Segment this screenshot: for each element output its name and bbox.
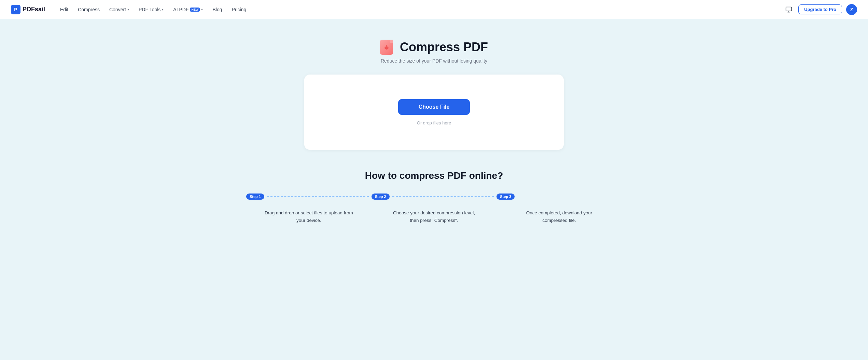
choose-file-button[interactable]: Choose File (398, 99, 470, 115)
nav-edit[interactable]: Edit (56, 5, 72, 14)
user-avatar[interactable]: Z (846, 4, 857, 15)
how-section: How to compress PDF online? Step 1 Drag … (246, 170, 622, 224)
navbar: P PDFsail Edit Compress Convert ▾ PDF To… (0, 0, 868, 19)
new-badge: NEW (190, 8, 200, 12)
pdf-fold (390, 40, 393, 43)
nav-ai-pdf[interactable]: AI PDF NEW ▾ (169, 5, 207, 14)
step-3: Step 3 Once completed, download your com… (496, 194, 622, 224)
logo-icon: P (11, 5, 20, 14)
step-2: Step 2 Choose your desired compression l… (372, 194, 497, 224)
upload-box: Choose File Or drop files here (304, 75, 564, 150)
step-3-line: Step 3 (496, 194, 622, 200)
nav-convert[interactable]: Convert ▾ (105, 5, 133, 14)
step-3-text: Once completed, download your compressed… (515, 209, 604, 224)
desktop-icon[interactable] (783, 4, 794, 15)
how-title: How to compress PDF online? (365, 170, 503, 181)
pdf-icon (380, 40, 395, 55)
chevron-down-icon: ▾ (127, 8, 129, 11)
nav-compress[interactable]: Compress (74, 5, 104, 14)
drop-hint: Or drop files here (417, 120, 451, 125)
nav-pdf-tools[interactable]: PDF Tools ▾ (135, 5, 168, 14)
step-connector-2 (392, 196, 494, 197)
nav-blog[interactable]: Blog (208, 5, 226, 14)
logo-text: PDFsail (23, 6, 45, 13)
page-title-row: Compress PDF (380, 40, 488, 55)
step-1: Step 1 Drag and drop or select files to … (246, 194, 372, 224)
step-2-text: Choose your desired compression level, t… (390, 209, 478, 224)
page-title: Compress PDF (400, 40, 488, 54)
steps-row: Step 1 Drag and drop or select files to … (246, 194, 622, 224)
main-content: Compress PDF Reduce the size of your PDF… (0, 19, 868, 251)
page-subtitle: Reduce the size of your PDF without losi… (381, 58, 487, 64)
chevron-down-icon: ▾ (162, 8, 164, 11)
page-header: Compress PDF Reduce the size of your PDF… (380, 40, 488, 64)
svg-rect-0 (786, 7, 792, 11)
upgrade-button[interactable]: Upgrade to Pro (798, 4, 842, 14)
nav-logo[interactable]: P PDFsail (11, 5, 45, 14)
nav-right: Upgrade to Pro Z (783, 4, 857, 15)
pdf-icon-shape (380, 40, 393, 55)
step-1-text: Drag and drop or select files to upload … (264, 209, 353, 224)
step-2-line: Step 2 (372, 194, 497, 200)
step-1-line: Step 1 (246, 194, 372, 200)
step-connector-1 (267, 196, 369, 197)
step-1-badge: Step 1 (246, 194, 264, 200)
nav-pricing[interactable]: Pricing (227, 5, 250, 14)
step-3-badge: Step 3 (496, 194, 515, 200)
nav-links: Edit Compress Convert ▾ PDF Tools ▾ AI P… (56, 5, 783, 14)
step-2-badge: Step 2 (372, 194, 390, 200)
chevron-down-icon: ▾ (201, 8, 203, 11)
